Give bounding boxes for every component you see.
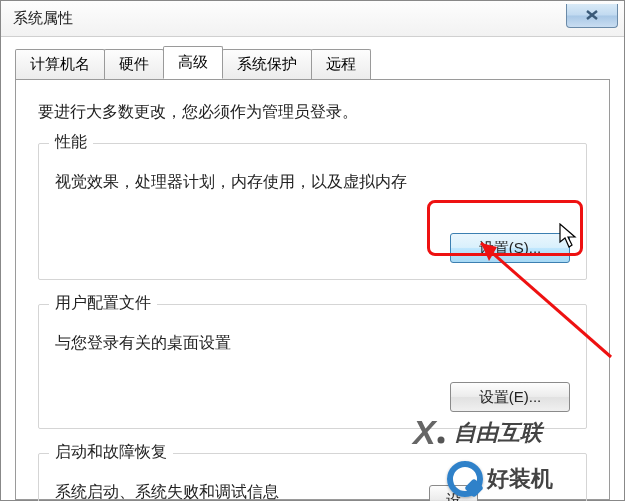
group-userprofile: 用户配置文件 与您登录有关的桌面设置 设置(E)...	[38, 304, 587, 429]
group-performance-desc: 视觉效果，处理器计划，内存使用，以及虚拟内存	[55, 172, 570, 193]
tab-advanced[interactable]: 高级	[163, 46, 223, 79]
group-userprofile-legend: 用户配置文件	[49, 293, 157, 314]
userprofile-settings-button[interactable]: 设置(E)...	[450, 382, 570, 412]
client-area: 计算机名 硬件 高级 系统保护 远程 要进行大多数更改，您必须作为管理员登录。 …	[1, 37, 624, 500]
window-title: 系统属性	[13, 9, 73, 28]
tab-page-advanced: 要进行大多数更改，您必须作为管理员登录。 性能 视觉效果，处理器计划，内存使用，…	[15, 79, 610, 500]
tab-hardware[interactable]: 硬件	[104, 49, 164, 79]
admin-notice: 要进行大多数更改，您必须作为管理员登录。	[38, 102, 587, 123]
tab-remote[interactable]: 远程	[311, 49, 371, 79]
titlebar: 系统属性	[1, 1, 624, 37]
group-performance-legend: 性能	[49, 132, 93, 153]
group-userprofile-desc: 与您登录有关的桌面设置	[55, 333, 570, 354]
group-startup-desc: 系统启动、系统失败和调试信息	[55, 482, 570, 501]
performance-settings-button[interactable]: 设置(S)...	[450, 233, 570, 263]
tab-computer-name[interactable]: 计算机名	[15, 49, 105, 79]
group-performance: 性能 视觉效果，处理器计划，内存使用，以及虚拟内存 设置(S)...	[38, 143, 587, 280]
group-startup-recovery: 启动和故障恢复 系统启动、系统失败和调试信息	[38, 453, 587, 501]
system-properties-window: 系统属性 计算机名 硬件 高级 系统保护 远程 要进行大多数更改，您必须作为管理…	[0, 0, 625, 501]
startup-settings-button[interactable]: 设	[429, 485, 478, 501]
tab-system-protection[interactable]: 系统保护	[222, 49, 312, 79]
tab-strip: 计算机名 硬件 高级 系统保护 远程	[15, 49, 370, 79]
close-button[interactable]	[566, 4, 618, 28]
group-startup-legend: 启动和故障恢复	[49, 442, 173, 463]
close-icon	[585, 9, 599, 21]
